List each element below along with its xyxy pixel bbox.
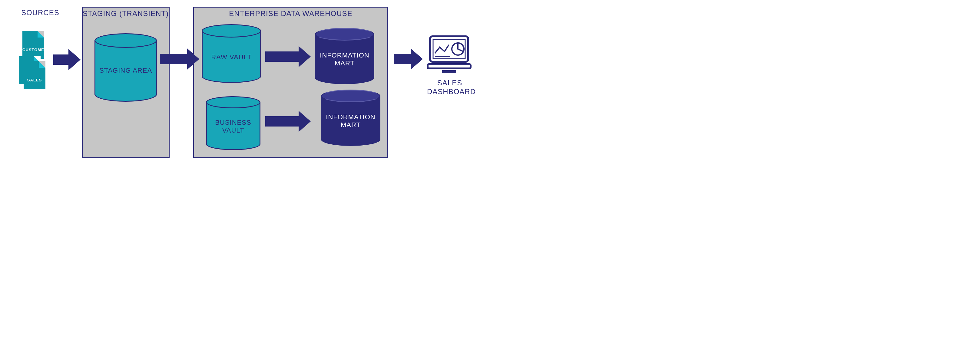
info-mart-1-cylinder: INFORMATION MART [315,28,374,84]
svg-rect-4 [428,64,471,68]
info-mart-1-label: INFORMATION MART [315,51,374,68]
sales-doc-icon: SALES [24,61,45,89]
raw-vault-cylinder: RAW VAULT [202,24,261,84]
arrow-raw-to-mart1 [265,46,311,67]
dashboard-label: SALES DASHBOARD [427,79,473,96]
sources-title: SOURCES [21,8,59,17]
staging-area-cylinder: STAGING AREA [94,33,157,102]
info-mart-2-cylinder: INFORMATION MART [321,90,380,146]
customer-doc-icon: CUSTOMER [22,31,44,59]
sales-doc-label: SALES [24,78,45,82]
svg-rect-0 [430,36,468,62]
arrow-edw-to-dashboard [394,48,423,70]
arrow-business-to-mart2 [265,111,311,132]
staging-title: STAGING (TRANSIENT) [83,10,169,18]
info-mart-2-label: INFORMATION MART [321,113,380,129]
arrow-staging-to-edw [160,48,199,70]
svg-rect-5 [442,70,456,73]
dashboard-icon [426,34,472,76]
customer-doc-label: CUSTOMER [22,48,44,52]
business-vault-label: BUSINESS VAULT [206,119,261,135]
raw-vault-label: RAW VAULT [202,53,261,61]
staging-area-label: STAGING AREA [94,67,157,75]
arrow-sources-to-staging [53,49,81,70]
business-vault-cylinder: BUSINESS VAULT [206,96,261,151]
diagram-canvas: SOURCES CUSTOMER SALES STAGING (TRANSIEN… [0,0,490,176]
edw-title: ENTERPRISE DATA WAREHOUSE [194,10,387,18]
